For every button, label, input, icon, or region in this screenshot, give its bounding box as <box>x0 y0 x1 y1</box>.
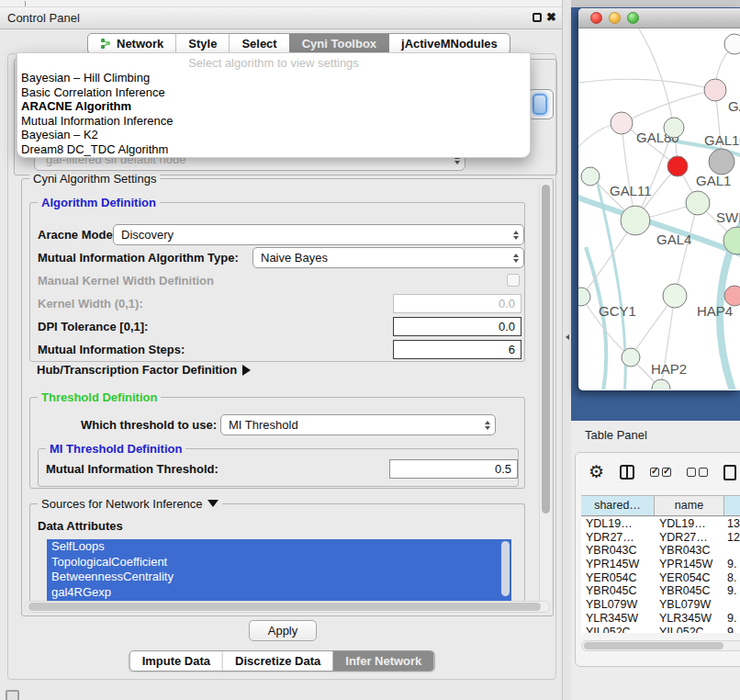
network-window-titlebar[interactable] <box>578 8 740 28</box>
collapse-left-icon[interactable] <box>566 334 569 340</box>
node-hap4[interactable] <box>663 284 687 308</box>
node-gcy1[interactable] <box>578 288 590 306</box>
float-window-icon[interactable] <box>533 13 542 22</box>
scrollbar-thumb[interactable] <box>28 603 541 611</box>
table-horizontal-scrollbar[interactable] <box>581 640 740 651</box>
table-row[interactable]: YBR043CYBR043C <box>581 544 740 558</box>
node[interactable] <box>667 156 688 176</box>
network-canvas[interactable]: GALGAL80GAL10GAL1GAL11SWI4GAL4GCY1HAP4YH… <box>578 28 740 390</box>
node-hap2[interactable] <box>622 348 640 367</box>
attribute-item[interactable]: BetweennessCentrality <box>47 570 511 585</box>
hub-definition-toggle[interactable]: Hub/Transcription Factor Definition <box>37 363 251 377</box>
dpi-tolerance-input[interactable]: 0.0 <box>393 317 521 336</box>
mi-threshold-input[interactable]: 0.5 <box>389 459 518 479</box>
node-gal1[interactable] <box>686 191 710 215</box>
columns-icon[interactable] <box>620 465 634 480</box>
table-row[interactable]: YPR145WYPR145W9. <box>581 558 740 571</box>
algorithm-option[interactable]: ARACNE Algorithm <box>17 99 530 114</box>
scrollbar-thumb[interactable] <box>542 185 550 514</box>
settings-horizontal-scrollbar[interactable] <box>25 601 550 613</box>
algorithm-definition-group: Algorithm Definition Aracne Mode: Discov… <box>29 202 525 362</box>
algorithm-option[interactable]: Basic Correlation Inference <box>17 85 530 100</box>
minimized-panel-icon[interactable] <box>6 690 19 700</box>
tab-cyni-toolbox[interactable]: Cyni Toolbox <box>289 34 388 53</box>
tab-discretize-data[interactable]: Discretize Data <box>222 651 332 671</box>
attribute-item[interactable]: gal4RGexp <box>47 585 511 601</box>
node[interactable] <box>652 379 670 390</box>
data-attributes-label: Data Attributes <box>38 515 123 536</box>
tab-infer-network[interactable]: Infer Network <box>332 651 433 671</box>
algorithm-option[interactable]: Bayesian – Hill Climbing <box>17 71 530 85</box>
column-header-partial[interactable] <box>724 496 740 515</box>
manual-kernel-checkbox[interactable] <box>507 274 520 287</box>
close-icon[interactable]: ✖ <box>546 10 556 24</box>
network-window[interactable]: GALGAL80GAL10GAL1GAL11SWI4GAL4GCY1HAP4YH… <box>578 8 740 390</box>
new-table-icon[interactable] <box>723 465 736 480</box>
algorithm-option[interactable]: Bayesian – K2 <box>17 128 530 142</box>
stepper-icon <box>485 421 490 430</box>
scrollbar-thumb[interactable] <box>584 642 723 649</box>
tab-network[interactable]: Network <box>88 34 175 53</box>
popup-placeholder: Select algorithm to view settings <box>17 56 530 71</box>
aracne-mode-combo[interactable]: Discovery <box>113 224 524 245</box>
node[interactable] <box>724 34 740 54</box>
table-body[interactable]: YDL19…YDL19…13YDR27…YDR27…12YBR043CYBR04… <box>581 517 740 633</box>
sources-group: Sources for Network Inference Data Attri… <box>29 503 525 610</box>
mi-steps-label: Mutual Information Steps: <box>38 339 185 360</box>
data-attributes-list[interactable]: SelfLoopsTopologicalCoefficientBetweenne… <box>47 539 511 602</box>
which-threshold-combo[interactable]: MI Threshold <box>220 414 496 435</box>
collapse-down-icon <box>207 500 219 507</box>
table-row[interactable]: YIL052CYIL052C9. <box>581 626 740 634</box>
table-row[interactable]: YLR345WYLR345W9. <box>581 612 740 626</box>
node[interactable] <box>709 149 734 175</box>
table-row[interactable]: YBR045CYBR045C9. <box>581 584 740 598</box>
control-panel-titlebar: Control Panel ✖ <box>0 7 562 29</box>
tab-select[interactable]: Select <box>229 34 288 53</box>
table-row[interactable]: YDL19…YDL19…13 <box>581 517 740 531</box>
algorithm-option[interactable]: Mutual Information Inference <box>17 114 530 129</box>
column-header-name[interactable]: name <box>655 496 724 515</box>
attribute-item[interactable]: SelfLoops <box>47 539 511 555</box>
mi-type-combo[interactable]: Naive Bayes <box>252 247 524 268</box>
tab-style[interactable]: Style <box>175 34 229 53</box>
deselect-all-icon[interactable] <box>687 468 708 477</box>
tab-impute-data[interactable]: Impute Data <box>130 651 222 671</box>
apply-button[interactable]: Apply <box>249 620 317 641</box>
mi-steps-input[interactable]: 6 <box>393 340 521 359</box>
tab-label: Network <box>117 34 163 53</box>
select-all-icon[interactable] <box>650 468 671 477</box>
mi-threshold-label: Mutual Information Threshold: <box>46 458 219 480</box>
settings-vertical-scrollbar[interactable] <box>539 182 551 608</box>
inference-algorithm-combo-fragment[interactable] <box>528 89 554 119</box>
node-gal10[interactable] <box>664 118 684 138</box>
gear-icon[interactable]: ⚙ <box>589 463 604 481</box>
stepper-icon <box>513 231 519 240</box>
zoom-traffic-light[interactable] <box>627 12 639 24</box>
table-row[interactable]: YBL079WYBL079W <box>581 598 740 612</box>
node-gal4[interactable] <box>621 206 650 235</box>
threshold-definition-group: Threshold Definition Which threshold to … <box>29 397 525 489</box>
node-y[interactable] <box>724 286 740 306</box>
node-gal11[interactable] <box>581 167 600 186</box>
stepper-icon <box>513 254 519 263</box>
sources-toggle[interactable]: Sources for Network Inference <box>38 497 222 511</box>
combo-stepper-focus <box>533 94 547 115</box>
node-gal80[interactable] <box>611 112 633 134</box>
tab-jactivemnodules[interactable]: jActiveMNodules <box>388 34 510 53</box>
node-label: GAL <box>728 98 740 114</box>
minimize-traffic-light[interactable] <box>609 12 621 24</box>
panel-splitter[interactable] <box>562 0 571 700</box>
table-toolbar: ⚙ <box>589 461 736 483</box>
node-gal[interactable] <box>704 79 726 101</box>
dpi-tolerance-label: DPI Tolerance [0,1]: <box>38 316 148 337</box>
table-row[interactable]: YER054CYER054C8. <box>581 571 740 585</box>
kernel-width-input[interactable]: 0.0 <box>393 294 521 313</box>
table-row[interactable]: YDR27…YDR27…12 <box>581 531 740 545</box>
close-traffic-light[interactable] <box>590 12 602 24</box>
algorithm-popup: Select algorithm to view settings Bayesi… <box>17 52 531 158</box>
cyni-algorithm-settings-group: Cyni Algorithm Settings Algorithm Defini… <box>21 178 554 616</box>
list-scrollbar[interactable] <box>501 541 510 596</box>
column-header-shared-name[interactable]: shared… <box>581 496 655 515</box>
attribute-item[interactable]: TopologicalCoefficient <box>47 555 511 570</box>
algorithm-option[interactable]: Dream8 DC_TDC Algorithm <box>17 142 530 157</box>
